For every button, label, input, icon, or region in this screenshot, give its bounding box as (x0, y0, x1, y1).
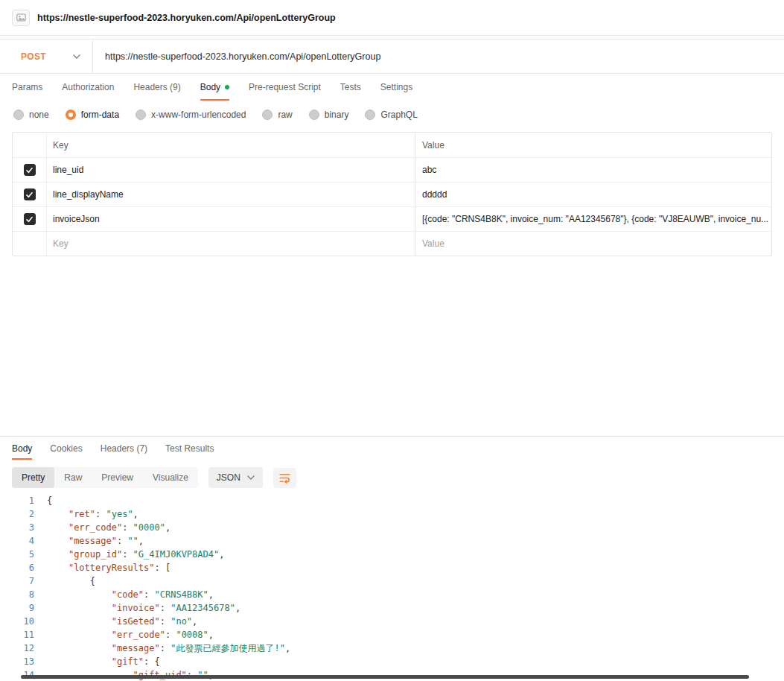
line-number: 1 (10, 494, 34, 507)
method-label: POST (21, 51, 46, 62)
tab-headers-9[interactable]: Headers (9) (133, 74, 180, 101)
chevron-down-icon (73, 54, 80, 59)
key-cell[interactable]: invoiceJson (47, 207, 415, 231)
tab-pre-request-script[interactable]: Pre-request Script (249, 74, 321, 101)
body-mode-label: GraphQL (380, 110, 417, 120)
view-pretty[interactable]: Pretty (12, 467, 54, 488)
code-text: "lotteryResults": [ (34, 561, 170, 574)
radio-icon (13, 110, 24, 120)
method-selector[interactable]: POST (0, 39, 93, 73)
body-mode-label: raw (278, 110, 292, 120)
key-column-header: Key (47, 133, 415, 157)
line-number: 6 (10, 561, 34, 574)
row-checkbox[interactable] (24, 189, 36, 200)
radio-icon (66, 110, 76, 120)
body-mode-label: none (29, 110, 49, 120)
tab-label: Settings (380, 82, 412, 92)
response-tabs: BodyCookiesHeaders (7)Test Results (0, 437, 784, 460)
row-check-cell (13, 158, 47, 182)
response-tab-test-results[interactable]: Test Results (165, 437, 214, 460)
new-value-input[interactable]: Value (415, 232, 771, 256)
tab-params[interactable]: Params (12, 74, 42, 101)
new-key-input[interactable]: Key (47, 232, 415, 256)
view-mode-group: PrettyRawPreviewVisualize (12, 467, 198, 488)
radio-icon (365, 110, 375, 120)
line-number: 2 (10, 507, 34, 521)
body-mode-form-data[interactable]: form-data (66, 110, 119, 120)
line-number: 4 (10, 534, 34, 548)
tab-label: Tests (340, 82, 361, 92)
line-number: 11 (10, 628, 34, 642)
request-tab-title[interactable]: https://nestle-superfood-2023.horyuken.c… (37, 13, 336, 23)
code-text: "isGeted": "no", (34, 615, 197, 628)
table-row: invoiceJson[{code: "CRNS4B8K", invoice_n… (13, 206, 771, 231)
response-panel: BodyCookiesHeaders (7)Test Results Prett… (0, 436, 784, 681)
code-text: "err_code": "0000", (34, 521, 170, 534)
url-input[interactable]: https://nestle-superfood-2023.horyuken.c… (93, 39, 784, 73)
line-number: 12 (10, 642, 34, 655)
line-number: 13 (10, 655, 34, 668)
response-tab-body[interactable]: Body (12, 437, 32, 460)
line-number: 8 (10, 588, 34, 601)
response-toolbar: PrettyRawPreviewVisualize JSON (0, 466, 784, 489)
tab-label: Params (12, 82, 42, 92)
tab-authorization[interactable]: Authorization (62, 74, 114, 101)
code-text: "message": "", (34, 534, 144, 548)
new-entry-row: Key Value (13, 231, 771, 256)
line-number: 9 (10, 601, 34, 615)
key-cell[interactable]: line_uid (47, 158, 415, 182)
body-mode-graphql[interactable]: GraphQL (365, 110, 417, 120)
tab-label: Headers (9) (133, 82, 180, 92)
format-label: JSON (217, 472, 240, 483)
code-line: 2 "ret": "yes", (10, 507, 784, 521)
tab-tests[interactable]: Tests (340, 74, 361, 101)
value-cell[interactable]: ddddd (415, 183, 771, 206)
tab-label: Body (200, 82, 220, 92)
value-cell[interactable]: abc (415, 158, 771, 182)
tab-label: Pre-request Script (249, 82, 321, 92)
view-raw[interactable]: Raw (54, 467, 92, 488)
body-mode-label: form-data (81, 110, 119, 120)
view-preview[interactable]: Preview (92, 467, 143, 488)
code-text: { (34, 494, 52, 507)
code-line: 5 "group_id": "G_4IMJ0KVP8AD4", (10, 548, 784, 561)
form-data-table: Key Value line_uidabcline_displayNameddd… (12, 132, 772, 256)
key-cell[interactable]: line_displayName (47, 183, 415, 206)
body-mode-x-www-form-urlencoded[interactable]: x-www-form-urlencoded (136, 110, 246, 120)
body-mode-raw[interactable]: raw (262, 110, 292, 120)
body-mode-label: binary (325, 110, 349, 120)
body-mode-binary[interactable]: binary (309, 110, 349, 120)
value-cell[interactable]: [{code: "CRNS4B8K", invoice_num: "AA1234… (415, 207, 771, 231)
tab-label: Authorization (62, 82, 114, 92)
format-selector[interactable]: JSON (208, 467, 263, 488)
code-text: "group_id": "G_4IMJ0KVP8AD4", (34, 548, 224, 561)
code-line: 8 "code": "CRNS4B8K", (10, 588, 784, 601)
wrap-text-icon (278, 472, 291, 484)
line-number: 7 (10, 574, 34, 588)
tab-settings[interactable]: Settings (380, 74, 412, 101)
response-tab-cookies[interactable]: Cookies (50, 437, 82, 460)
request-favicon-icon (12, 10, 30, 26)
radio-icon (309, 110, 319, 120)
code-line: 3 "err_code": "0000", (10, 521, 784, 534)
body-mode-none[interactable]: none (13, 110, 49, 120)
response-tab-headers-7[interactable]: Headers (7) (101, 437, 147, 460)
postman-app: https://nestle-superfood-2023.horyuken.c… (0, 0, 784, 681)
code-text: { (34, 574, 95, 588)
row-checkbox[interactable] (24, 164, 36, 176)
table-row: line_uidabc (13, 157, 771, 182)
table-row: line_displayNameddddd (13, 182, 771, 206)
body-has-content-dot (225, 85, 229, 89)
radio-icon (262, 110, 273, 120)
view-visualize[interactable]: Visualize (143, 467, 198, 488)
code-line: 7 { (10, 574, 784, 588)
body-mode-label: x-www-form-urlencoded (151, 110, 246, 120)
wrap-text-button[interactable] (273, 468, 296, 488)
code-line: 10 "isGeted": "no", (10, 615, 784, 628)
tab-body[interactable]: Body (200, 74, 229, 101)
code-text: "message": "此發票已經參加使用過了!", (34, 642, 290, 655)
horizontal-scrollbar[interactable] (21, 675, 749, 679)
response-body-code: 1{2 "ret": "yes",3 "err_code": "0000",4 … (0, 489, 784, 681)
row-checkbox[interactable] (24, 213, 36, 225)
code-text: "gift": { (34, 655, 160, 668)
